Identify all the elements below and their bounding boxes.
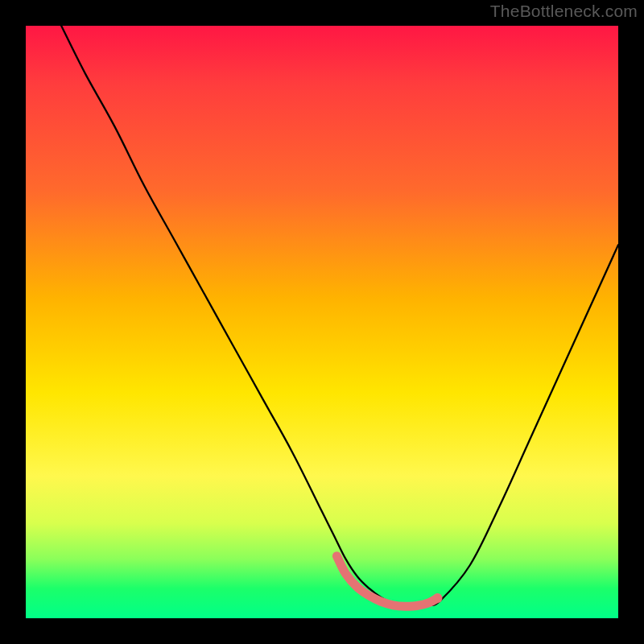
curve-group [61, 26, 618, 607]
plot-area [26, 26, 618, 618]
chart-frame: TheBottleneck.com [0, 0, 644, 644]
optimal-zone-highlight [336, 556, 442, 607]
optimal-zone-stroke [336, 556, 437, 607]
watermark-text: TheBottleneck.com [490, 2, 638, 21]
bottleneck-curve [61, 26, 618, 607]
chart-svg [26, 26, 618, 618]
optimal-zone-end-dot [433, 593, 443, 603]
